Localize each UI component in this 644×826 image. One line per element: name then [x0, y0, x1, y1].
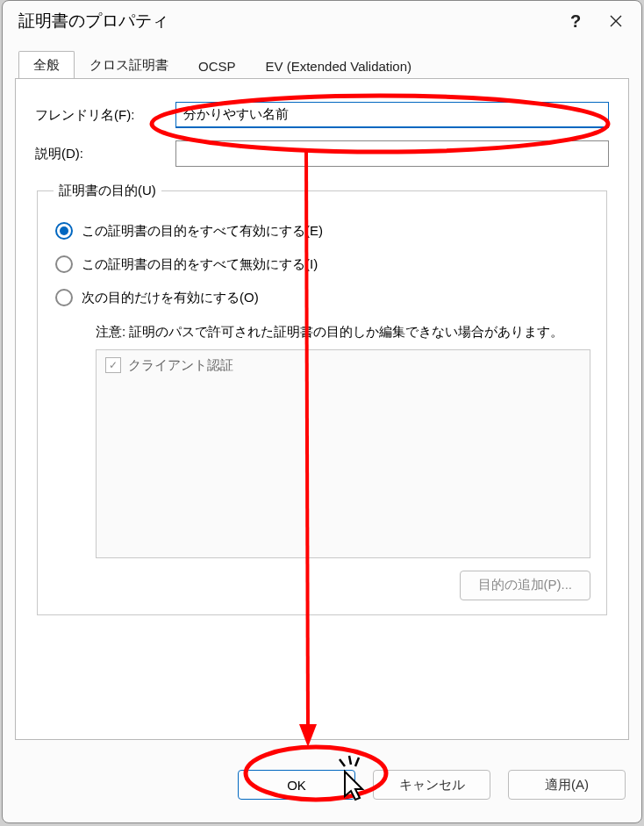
description-label: 説明(D): [35, 146, 175, 162]
ok-button[interactable]: OK [238, 770, 355, 800]
list-item: ✓ クライアント認証 [105, 357, 581, 374]
tab-ev[interactable]: EV (Extended Validation) [251, 53, 427, 79]
close-icon [610, 15, 622, 27]
window-title: 証明書のプロパティ [18, 10, 555, 32]
titlebar: 証明書のプロパティ ? [3, 1, 641, 41]
friendly-name-label: フレンドリ名(F): [35, 107, 175, 124]
add-purpose-row: 目的の追加(P)... [96, 571, 590, 600]
friendly-name-input[interactable] [175, 102, 609, 128]
tab-panel-general: フレンドリ名(F): 説明(D): 証明書の目的(U) この証明書の目的をすべて… [15, 78, 629, 740]
apply-button[interactable]: 適用(A) [508, 770, 626, 800]
dialog-footer: OK キャンセル 適用(A) [15, 770, 629, 800]
radio-enable-all[interactable]: この証明書の目的をすべて有効にする(E) [55, 222, 590, 240]
list-item-label: クライアント認証 [128, 357, 233, 374]
help-button[interactable]: ? [555, 4, 596, 38]
description-row: 説明(D): [35, 140, 609, 167]
radio-enable-all-label: この証明書の目的をすべて有効にする(E) [82, 223, 323, 240]
cancel-button[interactable]: キャンセル [373, 770, 490, 800]
tab-bar: 全般 クロス証明書 OCSP EV (Extended Validation) [18, 48, 629, 78]
radio-only-these[interactable]: 次の目的だけを有効にする(O) [55, 289, 590, 306]
checkbox-icon: ✓ [105, 357, 121, 373]
radio-icon [55, 255, 73, 273]
friendly-name-row: フレンドリ名(F): [35, 102, 609, 128]
close-button[interactable] [596, 4, 636, 38]
dialog-window: 証明書のプロパティ ? 全般 クロス証明書 OCSP EV (Extended … [2, 0, 642, 823]
tab-cross-cert[interactable]: クロス証明書 [75, 51, 183, 79]
add-purpose-button[interactable]: 目的の追加(P)... [460, 571, 591, 600]
purpose-note: 注意: 証明のパスで許可された証明書の目的しか編集できない場合があります。 [96, 322, 590, 342]
description-input[interactable] [175, 140, 609, 167]
client-area: 全般 クロス証明書 OCSP EV (Extended Validation) … [15, 48, 629, 810]
radio-only-these-label: 次の目的だけを有効にする(O) [82, 290, 259, 306]
radio-disable-all[interactable]: この証明書の目的をすべて無効にする(I) [55, 255, 590, 273]
purpose-group: 証明書の目的(U) この証明書の目的をすべて有効にする(E) この証明書の目的を… [37, 183, 607, 615]
radio-icon [55, 289, 73, 306]
radio-disable-all-label: この証明書の目的をすべて無効にする(I) [82, 256, 318, 273]
tab-ocsp[interactable]: OCSP [183, 53, 251, 79]
help-icon: ? [570, 11, 581, 32]
purpose-listbox[interactable]: ✓ クライアント認証 [96, 349, 590, 558]
tab-general[interactable]: 全般 [18, 51, 75, 79]
purpose-legend: 証明書の目的(U) [54, 183, 161, 199]
radio-icon [55, 222, 73, 240]
